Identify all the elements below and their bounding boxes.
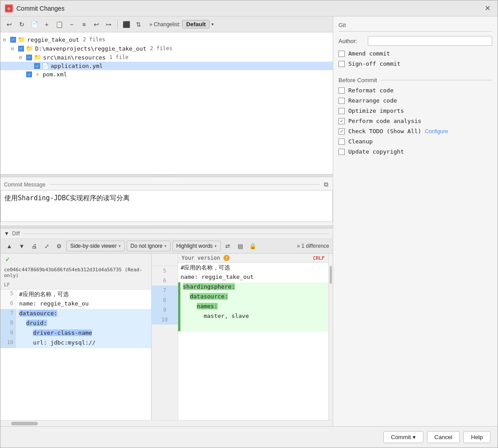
mid-num-10: 10 bbox=[152, 315, 178, 325]
highlight-arrow: ▾ bbox=[215, 244, 217, 248]
todo-row: Check TODO (Show All) Configure bbox=[339, 128, 492, 135]
diff-copy-btn[interactable]: ⤢ bbox=[41, 241, 52, 251]
diff-right-pane[interactable]: Your version ! CRLF #应用的名称，可选 name: regg… bbox=[178, 254, 329, 420]
tree-text-2: src\main\resources bbox=[43, 54, 106, 61]
commit-message-input[interactable] bbox=[0, 190, 333, 222]
scroll-indicator[interactable] bbox=[328, 254, 333, 420]
checkbox-0[interactable] bbox=[10, 37, 16, 43]
viewer-label: Side-by-side viewer bbox=[70, 243, 117, 249]
tree-item-0[interactable]: ⊟ 📁 reggie_take_out 2 files bbox=[0, 35, 333, 44]
bottom-buttons: Commit ▾ Cancel Help bbox=[0, 426, 498, 448]
checkbox-2[interactable] bbox=[26, 55, 32, 60]
tree-item-4[interactable]: 🔸 pom.xml bbox=[0, 70, 333, 79]
diff-line-7l: 7 datasource: bbox=[0, 309, 151, 319]
diff-panel-btn[interactable]: ▤ bbox=[235, 241, 246, 251]
commit-message-icon-btn[interactable]: ⧉ bbox=[323, 180, 329, 189]
diff-right-content-9: names: bbox=[180, 302, 329, 312]
configure-link[interactable]: Configure bbox=[425, 128, 448, 135]
arrow-up-btn[interactable]: ↩ bbox=[4, 19, 15, 30]
diff-section-label: Diff bbox=[12, 230, 20, 237]
diff-settings-btn[interactable]: ⚙ bbox=[54, 241, 64, 251]
scroll-thumb[interactable] bbox=[330, 266, 332, 284]
rearrange-row: Rearrange code bbox=[339, 97, 492, 104]
viewer-arrow: ▾ bbox=[119, 244, 121, 248]
diff-print-btn[interactable]: 🖨 bbox=[29, 241, 40, 251]
signoff-checkbox[interactable] bbox=[339, 61, 345, 67]
diff-collapse-icon[interactable]: ▼ bbox=[4, 230, 9, 237]
apply-btn[interactable]: ↦ bbox=[104, 19, 114, 30]
remove-btn[interactable]: − bbox=[66, 19, 77, 30]
folder-icon-0: 📁 bbox=[18, 36, 25, 43]
xml-icon-4: 🔸 bbox=[34, 71, 41, 78]
cancel-button[interactable]: Cancel bbox=[427, 431, 460, 443]
diff-right-content-7: shardingsphere: bbox=[180, 282, 329, 292]
diff-sync-btn[interactable]: ⇄ bbox=[223, 241, 233, 251]
rearrange-checkbox[interactable] bbox=[339, 98, 345, 104]
ignore-dropdown[interactable]: Do not ignore ▾ bbox=[127, 241, 171, 251]
expand-all-btn[interactable]: ⇅ bbox=[133, 19, 144, 30]
undo-btn[interactable]: ↩ bbox=[91, 19, 102, 30]
svg-text:G: G bbox=[8, 7, 10, 11]
diff-right-content-10: master, slave bbox=[180, 312, 329, 321]
checkbox-4[interactable] bbox=[26, 71, 32, 77]
toolbar: ↩ ↻ 📄 + 📋 − ≡ ↩ ↦ ⬛ ⇅ » Changelist: Defa… bbox=[0, 16, 333, 32]
diff-line-content-5l: #应用的名称，可选 bbox=[16, 289, 151, 299]
orange-indicator: ! bbox=[223, 255, 230, 261]
diff-line-num-7l: 7 bbox=[0, 309, 16, 319]
diff-line-6: 6 name: reggie_take_ou bbox=[0, 299, 151, 309]
commit-button[interactable]: Commit ▾ bbox=[383, 431, 423, 443]
window-title: Commit Changes bbox=[16, 5, 64, 12]
diff-right-content-8: datasource: bbox=[180, 292, 329, 302]
copyright-checkbox[interactable] bbox=[339, 149, 345, 155]
tree-item-2[interactable]: ⊟ 📁 src\main\resources 1 file bbox=[0, 53, 333, 62]
tree-item-3[interactable]: 📄 application.yml bbox=[0, 62, 333, 70]
expand-icon-2: ⊟ bbox=[19, 55, 24, 60]
viewer-dropdown[interactable]: Side-by-side viewer ▾ bbox=[66, 241, 125, 251]
reformat-checkbox[interactable] bbox=[339, 87, 345, 94]
refresh-btn[interactable]: ↻ bbox=[16, 19, 27, 30]
todo-label: Check TODO (Show All) bbox=[348, 128, 421, 135]
h-scroll-thumb[interactable] bbox=[11, 422, 38, 425]
diff-line-num-10l: 10 bbox=[0, 338, 16, 348]
close-button[interactable]: ✕ bbox=[482, 3, 493, 13]
diff-toolbar: ▲ ▼ 🖨 ⤢ ⚙ Side-by-side viewer ▾ Do not i… bbox=[0, 239, 333, 254]
help-button[interactable]: Help bbox=[463, 431, 490, 443]
diff-line bbox=[23, 234, 329, 234]
diff-line-content-8l: druid: bbox=[16, 319, 151, 329]
diff-right-9: names: bbox=[178, 302, 329, 312]
diff-btn[interactable]: ⬛ bbox=[121, 19, 131, 30]
horizontal-scrollbar[interactable] bbox=[0, 420, 333, 426]
diff-left-header: ✓ ce046c4478669b43b686fd54eb312d31d4a567… bbox=[0, 254, 151, 289]
todo-checkbox[interactable] bbox=[339, 128, 345, 135]
optimize-checkbox[interactable] bbox=[339, 108, 345, 114]
diff-line-content-7l: datasource: bbox=[16, 309, 151, 319]
amend-checkbox[interactable] bbox=[339, 51, 345, 57]
changelist-dropdown-btn[interactable]: ▾ bbox=[211, 22, 214, 27]
diff-line-9l: 9 driver-class-name bbox=[0, 329, 151, 338]
tree-item-1[interactable]: ⊟ 📁 D:\mavenprojects\reggie_take_out 2 f… bbox=[0, 44, 333, 53]
file-btn[interactable]: 📄 bbox=[29, 19, 40, 30]
diff-up-btn[interactable]: ▲ bbox=[4, 241, 15, 251]
mid-num-5: 5 bbox=[152, 266, 178, 276]
title-bar-left: G Commit Changes bbox=[5, 4, 64, 12]
diff-lock-btn[interactable]: 🔒 bbox=[247, 241, 258, 251]
checkbox-3[interactable] bbox=[34, 63, 40, 69]
analysis-checkbox[interactable] bbox=[339, 118, 345, 124]
diff-count: » 1 difference bbox=[297, 243, 330, 249]
cleanup-row: Cleanup bbox=[339, 138, 492, 145]
diff-right-header: Your version ! CRLF bbox=[178, 254, 329, 263]
add-btn[interactable]: + bbox=[41, 19, 52, 30]
cleanup-checkbox[interactable] bbox=[339, 139, 345, 145]
diff-line-5: 5 #应用的名称，可选 bbox=[0, 289, 151, 299]
diff-section: ▼ Diff ▲ ▼ 🖨 ⤢ ⚙ Side-by-side viewer ▾ bbox=[0, 228, 333, 426]
diff-right-11 bbox=[178, 321, 329, 331]
author-input[interactable] bbox=[368, 36, 492, 46]
highlight-dropdown[interactable]: Highlight words ▾ bbox=[172, 241, 221, 251]
move-btn[interactable]: 📋 bbox=[54, 19, 64, 30]
group-btn[interactable]: ≡ bbox=[79, 19, 89, 30]
diff-right-10: master, slave bbox=[178, 312, 329, 321]
checkbox-1[interactable] bbox=[18, 46, 24, 52]
diff-left-pane[interactable]: ✓ ce046c4478669b43b686fd54eb312d31d4a567… bbox=[0, 254, 151, 420]
diff-down-btn[interactable]: ▼ bbox=[16, 241, 27, 251]
folder-icon-1: 📁 bbox=[26, 45, 33, 52]
